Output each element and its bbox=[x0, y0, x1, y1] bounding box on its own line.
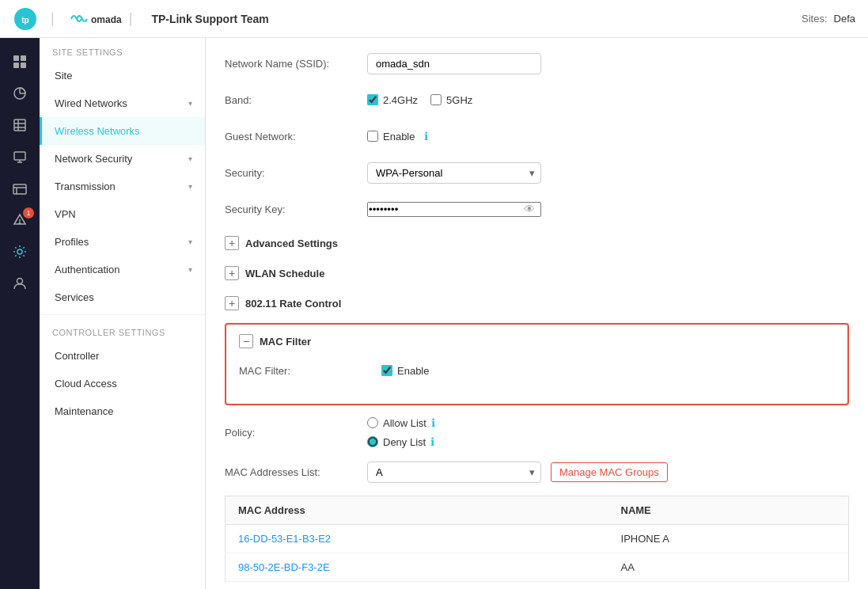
sidebar-item-authentication[interactable]: Authentication ▾ bbox=[40, 256, 205, 283]
guest-network-control: Enable ℹ bbox=[367, 130, 849, 142]
security-select[interactable]: WPA-Personal bbox=[367, 162, 541, 184]
sidebar-item-services-label: Services bbox=[55, 291, 94, 303]
sidebar-item-network-security-label: Network Security bbox=[55, 153, 132, 165]
nav-icon-alerts[interactable]: 1 bbox=[4, 206, 36, 234]
band-24-checkbox[interactable] bbox=[367, 94, 378, 105]
sidebar-item-controller[interactable]: Controller bbox=[40, 342, 205, 370]
security-key-input[interactable] bbox=[367, 202, 541, 217]
nav-icon-clients[interactable] bbox=[4, 174, 36, 203]
security-row: Security: WPA-Personal bbox=[225, 160, 849, 185]
band-5-checkbox[interactable] bbox=[430, 94, 442, 105]
nav-icon-settings[interactable] bbox=[4, 238, 36, 266]
network-security-chevron-icon: ▾ bbox=[188, 154, 192, 163]
mac-filter-title: MAC Filter bbox=[260, 336, 311, 348]
sidebar-item-controller-label: Controller bbox=[55, 350, 99, 362]
manage-mac-groups-link[interactable]: Manage MAC Groups bbox=[551, 462, 668, 482]
icon-sidebar: 1 bbox=[0, 38, 40, 589]
security-key-control: 👁 bbox=[367, 202, 849, 217]
mac-filter-collapse-icon[interactable]: − bbox=[239, 334, 253, 348]
authentication-chevron-icon: ▾ bbox=[188, 265, 192, 274]
wlan-schedule-expand-icon[interactable]: + bbox=[225, 266, 239, 280]
mac-address-link[interactable]: 98-50-2E-BD-F3-2E bbox=[238, 561, 330, 573]
nav-icon-statistics[interactable] bbox=[4, 79, 36, 108]
mac-addresses-select[interactable]: A bbox=[367, 462, 541, 483]
sidebar-item-network-security[interactable]: Network Security ▾ bbox=[40, 145, 205, 173]
site-settings-section-label: Site Settings bbox=[40, 38, 205, 62]
rate-control-expand-icon[interactable]: + bbox=[225, 296, 239, 310]
sidebar-item-site[interactable]: Site bbox=[40, 62, 205, 89]
band-control: 2.4GHz 5GHz bbox=[367, 94, 849, 106]
nav-icon-map[interactable] bbox=[4, 111, 36, 139]
nav-icon-dashboard[interactable] bbox=[4, 48, 36, 76]
allow-list-info-icon[interactable]: ℹ bbox=[431, 416, 435, 429]
sidebar-item-transmission[interactable]: Transmission ▾ bbox=[40, 173, 205, 200]
name-cell: IPHONE A bbox=[608, 525, 849, 553]
logo-area: tp | omada bbox=[13, 6, 123, 32]
form-container: Network Name (SSID): Band: 2.4GHz 5GHz bbox=[206, 38, 868, 589]
table-row: 98-50-2E-BD-F3-2E AA bbox=[226, 553, 849, 582]
deny-list-radio[interactable] bbox=[367, 436, 378, 447]
deny-list-radio-item: Deny List ℹ bbox=[367, 435, 435, 448]
sidebar-item-profiles-label: Profiles bbox=[55, 236, 89, 248]
advanced-settings-section: + Advanced Settings bbox=[225, 233, 849, 253]
wlan-schedule-header[interactable]: + WLAN Schedule bbox=[225, 263, 849, 283]
security-control: WPA-Personal bbox=[367, 162, 849, 184]
rate-control-section: + 802.11 Rate Control bbox=[225, 293, 849, 314]
controller-settings-section-label: Controller Settings bbox=[40, 318, 205, 342]
band-label: Band: bbox=[225, 94, 367, 106]
band-5-label: 5GHz bbox=[446, 94, 472, 106]
sidebar-divider bbox=[40, 314, 205, 315]
sidebar-item-cloud-access[interactable]: Cloud Access bbox=[40, 370, 205, 397]
security-label: Security: bbox=[225, 167, 367, 179]
nav-icon-user[interactable] bbox=[4, 269, 36, 298]
allow-list-radio-item: Allow List ℹ bbox=[367, 416, 435, 429]
rate-control-header[interactable]: + 802.11 Rate Control bbox=[225, 293, 849, 314]
allow-list-radio[interactable] bbox=[367, 417, 378, 428]
sidebar-item-vpn[interactable]: VPN bbox=[40, 200, 205, 228]
mac-address-link[interactable]: 16-DD-53-E1-B3-E2 bbox=[238, 533, 331, 545]
mac-address-column-header: MAC Address bbox=[226, 496, 608, 525]
name-column-header: NAME bbox=[608, 496, 849, 525]
mac-table-body: 16-DD-53-E1-B3-E2 IPHONE A 98-50-2E-BD-F… bbox=[226, 525, 849, 582]
advanced-settings-expand-icon[interactable]: + bbox=[225, 236, 239, 250]
sites-label: Sites: bbox=[802, 13, 828, 25]
sidebar-item-wireless-label: Wireless Networks bbox=[55, 125, 140, 137]
advanced-settings-title: Advanced Settings bbox=[245, 238, 338, 249]
content-area: Network Name (SSID): Band: 2.4GHz 5GHz bbox=[206, 38, 868, 589]
transmission-chevron-icon: ▾ bbox=[188, 182, 192, 191]
main-layout: 1 Site Settings Site Wired Networks ▾ Wi… bbox=[0, 38, 868, 589]
nav-icon-devices[interactable] bbox=[4, 142, 36, 171]
band-24-wrapper: 2.4GHz bbox=[367, 94, 418, 106]
mac-addresses-select-wrapper: A bbox=[367, 462, 541, 483]
sidebar-item-site-label: Site bbox=[55, 70, 72, 82]
network-name-input[interactable] bbox=[367, 53, 541, 74]
policy-row: Policy: Allow List ℹ Deny List ℹ bbox=[225, 416, 849, 448]
security-key-row: Security Key: 👁 bbox=[225, 196, 849, 222]
mac-filter-section: − MAC Filter MAC Filter: Enable bbox=[225, 323, 849, 405]
alerts-badge: 1 bbox=[23, 207, 34, 218]
sidebar-item-transmission-label: Transmission bbox=[55, 180, 116, 192]
advanced-settings-header[interactable]: + Advanced Settings bbox=[225, 233, 849, 253]
network-name-row: Network Name (SSID): bbox=[225, 51, 849, 76]
sidebar-item-profiles[interactable]: Profiles ▾ bbox=[40, 228, 205, 256]
svg-point-21 bbox=[19, 222, 21, 224]
deny-list-info-icon[interactable]: ℹ bbox=[430, 435, 434, 448]
sidebar-item-wired-networks[interactable]: Wired Networks ▾ bbox=[40, 89, 205, 117]
allow-list-label: Allow List bbox=[383, 417, 426, 429]
svg-rect-17 bbox=[13, 184, 26, 194]
policy-label: Policy: bbox=[225, 427, 367, 439]
sidebar-item-wireless-networks[interactable]: Wireless Networks bbox=[40, 117, 205, 145]
mac-filter-enable-checkbox[interactable] bbox=[381, 365, 392, 376]
guest-network-info-icon[interactable]: ℹ bbox=[424, 130, 428, 142]
guest-network-enable-label: Enable bbox=[383, 131, 415, 142]
table-row: 16-DD-53-E1-B3-E2 IPHONE A bbox=[226, 525, 849, 553]
policy-control: Allow List ℹ Deny List ℹ bbox=[367, 416, 849, 448]
wlan-schedule-title: WLAN Schedule bbox=[245, 268, 324, 279]
mac-filter-enable-row: MAC Filter: Enable bbox=[239, 358, 835, 383]
svg-rect-5 bbox=[13, 63, 19, 68]
sidebar-item-maintenance[interactable]: Maintenance bbox=[40, 397, 205, 425]
guest-network-checkbox[interactable] bbox=[367, 131, 378, 142]
deny-list-label: Deny List bbox=[383, 436, 426, 448]
sidebar-item-services[interactable]: Services bbox=[40, 283, 205, 311]
password-toggle-icon[interactable]: 👁 bbox=[524, 203, 535, 215]
